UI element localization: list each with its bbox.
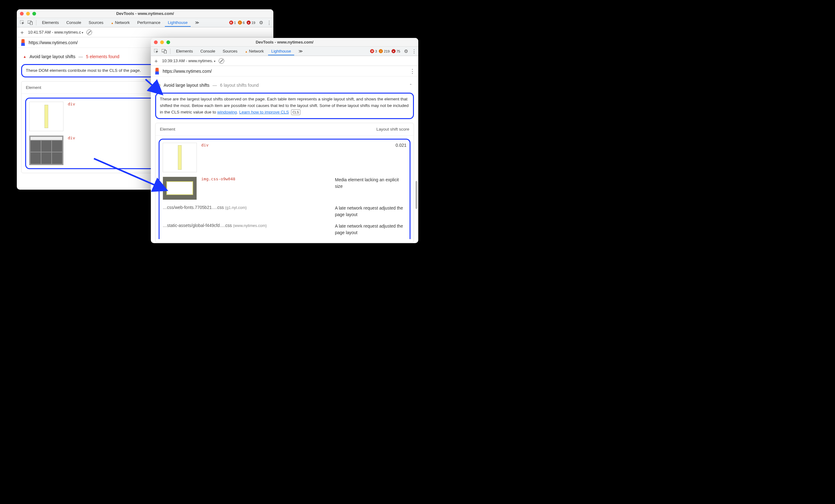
elements-table: Element Layout shift score div 0.021 img… [155,123,414,243]
report-selector[interactable]: 10:39:13 AM - www.nytimes. [162,59,216,63]
window-title: DevTools - www.nytimes.com/ [17,11,273,16]
chevron-up-icon[interactable]: ⌃ [409,83,412,87]
element-thumbnail [29,135,63,165]
tab-network[interactable]: Network [242,47,267,55]
devtools-window-b: DevTools - www.nytimes.com/ Elements Con… [151,38,418,243]
info-icon [247,21,251,25]
element-selector: img.css-o9w048 [201,176,236,181]
cls-tag: CLS [291,109,300,115]
col-element: Element [26,85,41,90]
overflow-tabs[interactable]: ≫ [192,18,202,27]
report-url: https://www.nytimes.com/ [28,40,78,45]
lighthouse-subbar: ＋ 10:39:13 AM - www.nytimes. [151,56,418,66]
info-icon [391,49,395,53]
lighthouse-icon [154,68,160,75]
svg-rect-2 [30,22,32,25]
tab-elements[interactable]: Elements [173,47,196,55]
warning-icon: ! [238,21,242,25]
fail-icon: ▲ [23,55,26,59]
new-report-button[interactable]: ＋ [153,57,159,65]
titlebar: DevTools - www.nytimes.com/ [17,9,273,18]
element-selector: div [68,102,75,106]
issue-badges[interactable]: ✕1 !6 19 ⚙ ⋮ [229,20,272,25]
titlebar: DevTools - www.nytimes.com/ [151,38,418,47]
root-cause: Media element lacking an explicit size [335,176,406,190]
lighthouse-icon [20,39,26,46]
element-selector: div [201,143,208,147]
warning-count: 219 [384,49,389,53]
inspect-icon[interactable] [153,48,160,55]
description-highlight: These are the largest layout shifts obse… [155,93,414,119]
element-thumbnail [29,102,63,131]
neutral-icon [157,84,161,87]
element-thumbnail [163,176,197,200]
tab-console[interactable]: Console [197,47,218,55]
toolbar: Elements Console Sources Network Lightho… [151,47,418,56]
root-cause: A late network request adjusted the page… [335,205,406,218]
info-count: 75 [396,49,400,53]
tab-network[interactable]: Network [108,18,133,27]
source-file: …css/web-fonts.7705b21….css [163,205,224,210]
tab-sources[interactable]: Sources [85,18,107,27]
tab-elements[interactable]: Elements [39,18,62,27]
scrollbar[interactable] [415,91,418,243]
learn-link[interactable]: Learn how to improve CLS [239,110,289,114]
table-row[interactable]: img.css-o9w048 Media element lacking an … [163,176,406,200]
tab-performance[interactable]: Performance [134,18,163,27]
toolbar: Elements Console Sources Network Perform… [17,18,273,27]
warning-count: 6 [243,21,245,25]
tab-console[interactable]: Console [63,18,84,27]
audit-header[interactable]: Avoid large layout shifts — 6 layout shi… [155,79,414,91]
gear-icon[interactable]: ⚙ [404,48,408,54]
report-selector[interactable]: 10:41:57 AM - www.nytimes.c [28,30,83,35]
audit-title: Avoid large layout shifts [29,54,76,59]
col-element: Element [160,127,176,131]
layout-shift-score: 0.021 [395,143,406,148]
clear-icon[interactable] [219,58,224,64]
col-score: Layout shift score [376,127,409,131]
table-row[interactable]: div 0.021 [163,143,406,172]
new-report-button[interactable]: ＋ [19,28,25,36]
tab-lighthouse[interactable]: Lighthouse [268,47,294,55]
source-file: …static-assets/global-f449cfd….css [163,223,232,228]
issue-badges[interactable]: ✕3 !219 75 ⚙ ⋮ [370,48,416,54]
more-icon[interactable]: ⋮ [410,68,415,75]
error-count: 1 [234,21,236,25]
report-url: https://www.nytimes.com/ [163,69,212,74]
audit-title: Avoid large layout shifts [164,83,210,88]
overflow-tabs[interactable]: ≫ [296,47,306,55]
inspect-icon[interactable] [19,19,25,26]
audit-description: These are the largest layout shifts obse… [160,97,409,114]
svg-rect-5 [164,50,166,54]
cause-row: …static-assets/global-f449cfd….css (www.… [163,223,406,236]
url-bar: https://www.nytimes.com/ ⋮ [151,66,418,77]
error-icon: ✕ [370,49,374,53]
device-toggle-icon[interactable] [161,48,168,55]
error-count: 3 [375,49,377,53]
device-toggle-icon[interactable] [27,19,34,26]
window-title: DevTools - www.nytimes.com/ [151,40,418,44]
info-count: 19 [251,21,255,25]
tab-sources[interactable]: Sources [220,47,241,55]
audit-found: 5 elements found [86,54,119,59]
audit-found: 6 layout shifts found [220,83,259,88]
lighthouse-subbar: ＋ 10:41:57 AM - www.nytimes.c [17,27,273,37]
more-icon[interactable]: ⋮ [267,20,271,25]
source-domain: (g1.nyt.com) [225,206,247,210]
error-icon: ✕ [229,21,233,25]
more-icon[interactable]: ⋮ [412,48,416,54]
element-thumbnail [163,143,197,172]
root-cause: A late network request adjusted the page… [335,223,406,236]
cause-row: …css/web-fonts.7705b21….css (g1.nyt.com)… [163,205,406,218]
tab-lighthouse[interactable]: Lighthouse [165,18,191,27]
element-selector: div [68,135,75,140]
gear-icon[interactable]: ⚙ [259,20,263,25]
warning-icon: ! [379,49,383,53]
windowing-link[interactable]: windowing [217,110,237,114]
source-domain: (www.nytimes.com) [233,224,266,228]
clear-icon[interactable] [86,29,92,35]
